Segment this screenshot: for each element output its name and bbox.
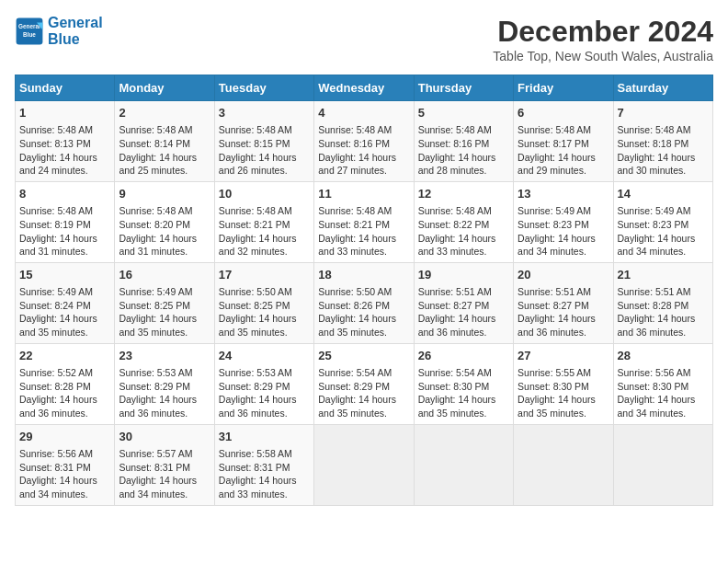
day-info: Sunrise: 5:48 AMSunset: 8:16 PMDaylight:… xyxy=(318,123,409,178)
day-cell xyxy=(613,424,712,505)
day-cell: 18Sunrise: 5:50 AMSunset: 8:26 PMDayligh… xyxy=(314,262,414,343)
week-row-1: 1Sunrise: 5:48 AMSunset: 8:13 PMDaylight… xyxy=(16,101,713,182)
day-cell: 11Sunrise: 5:48 AMSunset: 8:21 PMDayligh… xyxy=(314,181,414,262)
week-row-5: 29Sunrise: 5:56 AMSunset: 8:31 PMDayligh… xyxy=(16,424,713,505)
day-number: 21 xyxy=(618,267,709,283)
day-info: Sunrise: 5:48 AMSunset: 8:15 PMDaylight:… xyxy=(219,123,310,178)
day-number: 7 xyxy=(618,105,709,121)
day-info: Sunrise: 5:48 AMSunset: 8:18 PMDaylight:… xyxy=(618,123,709,178)
day-number: 3 xyxy=(219,105,310,121)
day-cell: 2Sunrise: 5:48 AMSunset: 8:14 PMDaylight… xyxy=(115,101,214,182)
day-cell: 31Sunrise: 5:58 AMSunset: 8:31 PMDayligh… xyxy=(214,424,313,505)
day-header-sunday: Sunday xyxy=(16,75,115,101)
day-info: Sunrise: 5:48 AMSunset: 8:17 PMDaylight:… xyxy=(518,123,609,178)
day-info: Sunrise: 5:48 AMSunset: 8:14 PMDaylight:… xyxy=(119,123,210,178)
day-info: Sunrise: 5:48 AMSunset: 8:19 PMDaylight:… xyxy=(19,204,110,259)
calendar-table: SundayMondayTuesdayWednesdayThursdayFrid… xyxy=(15,75,713,506)
calendar-header-row: SundayMondayTuesdayWednesdayThursdayFrid… xyxy=(16,75,713,101)
day-cell: 19Sunrise: 5:51 AMSunset: 8:27 PMDayligh… xyxy=(414,262,513,343)
day-info: Sunrise: 5:50 AMSunset: 8:25 PMDaylight:… xyxy=(219,285,310,339)
day-info: Sunrise: 5:48 AMSunset: 8:16 PMDaylight:… xyxy=(418,123,509,178)
day-cell: 28Sunrise: 5:56 AMSunset: 8:30 PMDayligh… xyxy=(613,343,712,424)
day-info: Sunrise: 5:48 AMSunset: 8:21 PMDaylight:… xyxy=(219,204,310,259)
day-info: Sunrise: 5:57 AMSunset: 8:31 PMDaylight:… xyxy=(119,447,210,501)
day-cell: 30Sunrise: 5:57 AMSunset: 8:31 PMDayligh… xyxy=(115,424,214,505)
day-header-wednesday: Wednesday xyxy=(314,75,414,101)
day-info: Sunrise: 5:54 AMSunset: 8:29 PMDaylight:… xyxy=(318,366,409,420)
day-number: 28 xyxy=(618,348,709,364)
day-cell: 8Sunrise: 5:48 AMSunset: 8:19 PMDaylight… xyxy=(16,181,115,262)
day-info: Sunrise: 5:56 AMSunset: 8:31 PMDaylight:… xyxy=(19,447,110,501)
day-cell: 7Sunrise: 5:48 AMSunset: 8:18 PMDaylight… xyxy=(613,101,712,182)
day-info: Sunrise: 5:51 AMSunset: 8:27 PMDaylight:… xyxy=(518,285,609,339)
day-info: Sunrise: 5:48 AMSunset: 8:20 PMDaylight:… xyxy=(119,204,210,259)
day-cell xyxy=(514,424,613,505)
day-info: Sunrise: 5:49 AMSunset: 8:23 PMDaylight:… xyxy=(618,204,709,259)
day-info: Sunrise: 5:48 AMSunset: 8:22 PMDaylight:… xyxy=(418,204,509,259)
day-cell: 16Sunrise: 5:49 AMSunset: 8:25 PMDayligh… xyxy=(115,262,214,343)
day-number: 2 xyxy=(119,105,210,121)
day-cell: 20Sunrise: 5:51 AMSunset: 8:27 PMDayligh… xyxy=(514,262,613,343)
day-number: 19 xyxy=(418,267,509,283)
day-info: Sunrise: 5:49 AMSunset: 8:23 PMDaylight:… xyxy=(518,204,609,259)
day-cell: 10Sunrise: 5:48 AMSunset: 8:21 PMDayligh… xyxy=(214,181,313,262)
day-info: Sunrise: 5:53 AMSunset: 8:29 PMDaylight:… xyxy=(219,366,310,420)
day-cell: 21Sunrise: 5:51 AMSunset: 8:28 PMDayligh… xyxy=(613,262,712,343)
day-number: 29 xyxy=(19,429,110,445)
day-cell: 12Sunrise: 5:48 AMSunset: 8:22 PMDayligh… xyxy=(414,181,513,262)
day-info: Sunrise: 5:51 AMSunset: 8:28 PMDaylight:… xyxy=(618,285,709,339)
day-cell: 25Sunrise: 5:54 AMSunset: 8:29 PMDayligh… xyxy=(314,343,414,424)
day-number: 22 xyxy=(19,348,110,364)
month-title: December 2024 xyxy=(493,15,713,49)
day-number: 13 xyxy=(518,186,609,202)
day-cell: 9Sunrise: 5:48 AMSunset: 8:20 PMDaylight… xyxy=(115,181,214,262)
day-number: 20 xyxy=(518,267,609,283)
day-number: 25 xyxy=(318,348,409,364)
logo: General Blue General Blue xyxy=(15,15,103,47)
day-number: 1 xyxy=(19,105,110,121)
day-cell: 4Sunrise: 5:48 AMSunset: 8:16 PMDaylight… xyxy=(314,101,414,182)
calendar-body: 1Sunrise: 5:48 AMSunset: 8:13 PMDaylight… xyxy=(16,101,713,506)
logo-text: General Blue xyxy=(48,15,103,47)
header: General Blue General Blue December 2024 … xyxy=(15,15,713,63)
day-number: 6 xyxy=(518,105,609,121)
day-cell: 22Sunrise: 5:52 AMSunset: 8:28 PMDayligh… xyxy=(16,343,115,424)
day-info: Sunrise: 5:58 AMSunset: 8:31 PMDaylight:… xyxy=(219,447,310,501)
day-info: Sunrise: 5:48 AMSunset: 8:13 PMDaylight:… xyxy=(19,123,110,178)
day-info: Sunrise: 5:48 AMSunset: 8:21 PMDaylight:… xyxy=(318,204,409,259)
day-header-tuesday: Tuesday xyxy=(214,75,313,101)
day-number: 10 xyxy=(219,186,310,202)
day-number: 26 xyxy=(418,348,509,364)
day-number: 14 xyxy=(618,186,709,202)
day-number: 30 xyxy=(119,429,210,445)
day-cell xyxy=(314,424,414,505)
day-number: 18 xyxy=(318,267,409,283)
day-number: 23 xyxy=(119,348,210,364)
day-cell: 27Sunrise: 5:55 AMSunset: 8:30 PMDayligh… xyxy=(514,343,613,424)
day-header-friday: Friday xyxy=(514,75,613,101)
day-info: Sunrise: 5:56 AMSunset: 8:30 PMDaylight:… xyxy=(618,366,709,420)
day-header-monday: Monday xyxy=(115,75,214,101)
day-info: Sunrise: 5:54 AMSunset: 8:30 PMDaylight:… xyxy=(418,366,509,420)
day-info: Sunrise: 5:51 AMSunset: 8:27 PMDaylight:… xyxy=(418,285,509,339)
day-cell: 14Sunrise: 5:49 AMSunset: 8:23 PMDayligh… xyxy=(613,181,712,262)
day-number: 8 xyxy=(19,186,110,202)
day-number: 12 xyxy=(418,186,509,202)
week-row-4: 22Sunrise: 5:52 AMSunset: 8:28 PMDayligh… xyxy=(16,343,713,424)
day-number: 31 xyxy=(219,429,310,445)
day-cell: 3Sunrise: 5:48 AMSunset: 8:15 PMDaylight… xyxy=(214,101,313,182)
day-number: 5 xyxy=(418,105,509,121)
week-row-3: 15Sunrise: 5:49 AMSunset: 8:24 PMDayligh… xyxy=(16,262,713,343)
day-header-thursday: Thursday xyxy=(414,75,513,101)
day-number: 27 xyxy=(518,348,609,364)
day-cell: 13Sunrise: 5:49 AMSunset: 8:23 PMDayligh… xyxy=(514,181,613,262)
day-info: Sunrise: 5:52 AMSunset: 8:28 PMDaylight:… xyxy=(19,366,110,420)
day-info: Sunrise: 5:50 AMSunset: 8:26 PMDaylight:… xyxy=(318,285,409,339)
day-cell: 1Sunrise: 5:48 AMSunset: 8:13 PMDaylight… xyxy=(16,101,115,182)
day-cell: 15Sunrise: 5:49 AMSunset: 8:24 PMDayligh… xyxy=(16,262,115,343)
day-cell xyxy=(414,424,513,505)
day-header-saturday: Saturday xyxy=(613,75,712,101)
location-title: Table Top, New South Wales, Australia xyxy=(493,49,713,63)
day-cell: 17Sunrise: 5:50 AMSunset: 8:25 PMDayligh… xyxy=(214,262,313,343)
day-cell: 23Sunrise: 5:53 AMSunset: 8:29 PMDayligh… xyxy=(115,343,214,424)
